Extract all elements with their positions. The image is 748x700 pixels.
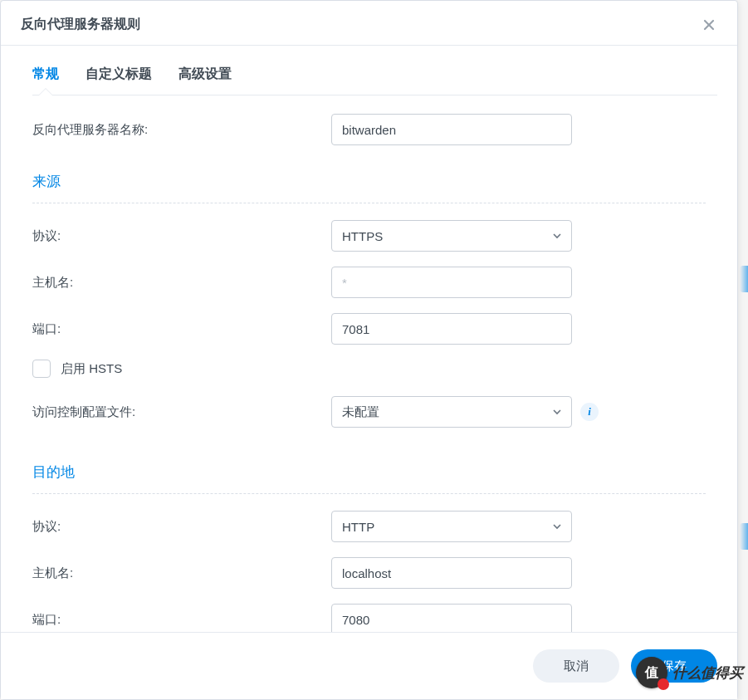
row-dest-port: 端口: xyxy=(32,604,706,632)
dialog-title: 反向代理服务器规则 xyxy=(21,16,140,33)
tab-advanced[interactable]: 高级设置 xyxy=(178,66,232,95)
dialog-body: 常规 自定义标题 高级设置 反向代理服务器名称: 来源 协议: HTTPS xyxy=(1,46,737,632)
close-icon[interactable] xyxy=(701,17,717,33)
label-dest-hostname: 主机名: xyxy=(32,565,331,581)
cancel-button[interactable]: 取消 xyxy=(533,649,619,683)
destination-section-title: 目的地 xyxy=(32,451,706,494)
info-icon[interactable]: i xyxy=(580,403,599,421)
label-dest-protocol: 协议: xyxy=(32,519,331,535)
source-hostname-input[interactable] xyxy=(331,267,572,298)
tab-custom-headers[interactable]: 自定义标题 xyxy=(86,66,152,95)
general-form: 反向代理服务器名称: 来源 协议: HTTPS 主 xyxy=(21,95,717,632)
row-access-profile: 访问控制配置文件: 未配置 i xyxy=(32,396,706,428)
label-dest-port: 端口: xyxy=(32,612,331,628)
dest-protocol-value: HTTP xyxy=(342,520,374,534)
dest-port-input[interactable] xyxy=(331,604,572,632)
source-protocol-select[interactable]: HTTPS xyxy=(331,220,572,252)
source-section-title: 来源 xyxy=(32,160,706,203)
access-profile-select[interactable]: 未配置 xyxy=(331,396,572,428)
row-hsts: 启用 HSTS xyxy=(32,360,706,378)
hsts-checkbox[interactable] xyxy=(32,360,51,378)
label-name: 反向代理服务器名称: xyxy=(32,122,331,138)
dest-hostname-input[interactable] xyxy=(331,557,572,589)
label-source-port: 端口: xyxy=(32,321,331,337)
row-dest-protocol: 协议: HTTP xyxy=(32,511,706,542)
row-source-port: 端口: xyxy=(32,313,706,345)
source-port-input[interactable] xyxy=(331,313,572,345)
dest-protocol-select[interactable]: HTTP xyxy=(331,511,572,542)
reverse-proxy-rule-dialog: 反向代理服务器规则 常规 自定义标题 高级设置 反向代理服务器名称: 来源 协议… xyxy=(0,0,738,700)
row-name: 反向代理服务器名称: xyxy=(32,114,706,145)
label-source-hostname: 主机名: xyxy=(32,275,331,291)
row-dest-hostname: 主机名: xyxy=(32,557,706,589)
row-source-protocol: 协议: HTTPS xyxy=(32,220,706,252)
label-access-profile: 访问控制配置文件: xyxy=(32,404,331,420)
tab-general[interactable]: 常规 xyxy=(32,66,59,95)
label-source-protocol: 协议: xyxy=(32,228,331,244)
source-protocol-value: HTTPS xyxy=(342,229,383,243)
name-input[interactable] xyxy=(331,114,572,145)
dialog-footer: 取消 保存 xyxy=(1,632,737,699)
tab-bar: 常规 自定义标题 高级设置 xyxy=(32,46,717,95)
row-source-hostname: 主机名: xyxy=(32,267,706,298)
label-hsts: 启用 HSTS xyxy=(61,361,122,377)
background-element xyxy=(740,523,748,550)
background-element xyxy=(740,266,748,292)
save-button[interactable]: 保存 xyxy=(631,649,717,683)
access-profile-value: 未配置 xyxy=(342,404,379,420)
dialog-header: 反向代理服务器规则 xyxy=(1,1,737,46)
